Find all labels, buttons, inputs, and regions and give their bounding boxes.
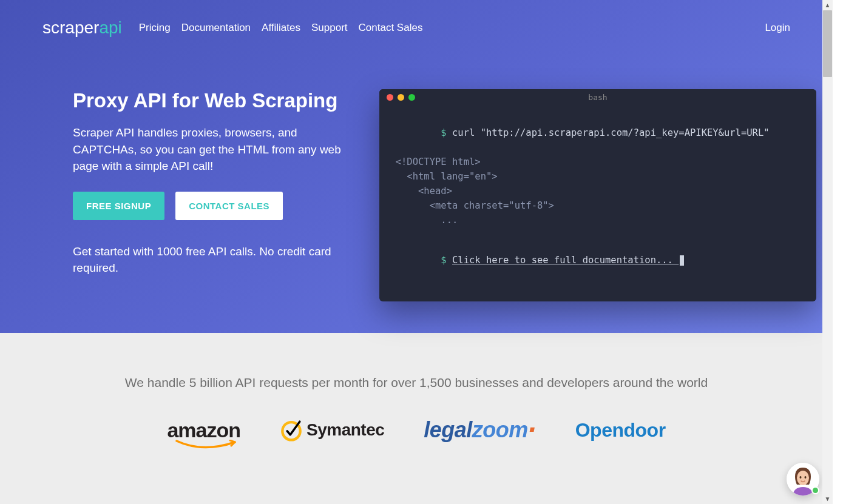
terminal-output-line: <head> xyxy=(384,184,811,198)
logo[interactable]: scraperapi xyxy=(42,18,122,38)
logo-part1: scraper xyxy=(42,18,99,38)
amazon-logo: amazon xyxy=(167,418,240,442)
nav-affiliates[interactable]: Affiliates xyxy=(262,22,300,34)
terminal-command: curl xyxy=(452,127,475,138)
hero-subtitle: Scraper API handles proxies, browsers, a… xyxy=(73,124,343,175)
terminal-output-line: <html lang="en"> xyxy=(384,169,811,184)
nav-contact-sales[interactable]: Contact Sales xyxy=(359,22,423,34)
legalzoom-part1: legal xyxy=(424,417,472,443)
chat-online-status-icon xyxy=(811,486,819,494)
nav-login[interactable]: Login xyxy=(765,22,790,34)
terminal-body: $ curl "http://api.scraperapi.com/?api_k… xyxy=(379,105,816,288)
opendoor-logo: Opendoor xyxy=(575,419,666,442)
vertical-scrollbar[interactable]: ▲ ▼ xyxy=(822,0,833,504)
chat-widget[interactable] xyxy=(787,463,819,496)
terminal-output-line: <meta charset="utf-8"> xyxy=(384,198,811,213)
window-controls xyxy=(387,94,415,101)
contact-sales-button[interactable]: CONTACT SALES xyxy=(175,192,283,220)
terminal-titlebar: bash xyxy=(379,89,816,105)
symantec-logo: Symantec xyxy=(280,418,384,442)
hero-content: Proxy API for Web Scraping Scraper API h… xyxy=(42,89,790,301)
terminal-prompt: $ xyxy=(441,255,446,266)
terminal-window: bash $ curl "http://api.scraperapi.com/?… xyxy=(379,89,816,301)
terminal-output-line: <!DOCTYPE html> xyxy=(384,155,811,169)
terminal-prompt: $ xyxy=(441,127,446,138)
terminal-label: bash xyxy=(588,93,607,102)
svg-point-4 xyxy=(805,476,807,479)
close-icon xyxy=(387,94,393,101)
main-nav: scraperapi Pricing Documentation Affilia… xyxy=(42,18,790,38)
scroll-thumb[interactable] xyxy=(823,10,832,77)
opendoor-wordmark: Opendoor xyxy=(575,419,666,442)
proof-text: We handle 5 billion API requests per mon… xyxy=(24,375,808,390)
nav-pricing[interactable]: Pricing xyxy=(139,22,171,34)
signup-button[interactable]: FREE SIGNUP xyxy=(73,192,164,220)
scroll-up-icon[interactable]: ▲ xyxy=(822,0,833,10)
legalzoom-logo: legalzoom· xyxy=(424,417,535,443)
logo-part2: api xyxy=(99,18,121,38)
cta-row: FREE SIGNUP CONTACT SALES xyxy=(73,192,343,220)
terminal-output-line: ... xyxy=(384,213,811,227)
svg-point-3 xyxy=(800,476,802,479)
scroll-down-icon[interactable]: ▼ xyxy=(822,494,833,504)
hero-title: Proxy API for Web Scraping xyxy=(73,89,343,112)
client-logos: amazon Symantec legalzoom· Opendoor xyxy=(24,417,808,443)
social-proof-section: We handle 5 billion API requests per mon… xyxy=(0,333,833,504)
symantec-wordmark: Symantec xyxy=(306,420,384,440)
hero-note: Get started with 1000 free API calls. No… xyxy=(73,243,334,277)
symantec-check-icon xyxy=(280,418,303,442)
terminal-url: "http://api.scraperapi.com/?api_key=APIK… xyxy=(481,127,770,138)
nav-support[interactable]: Support xyxy=(311,22,348,34)
nav-documentation[interactable]: Documentation xyxy=(181,22,251,34)
maximize-icon xyxy=(408,94,415,101)
legalzoom-part2: zoom xyxy=(472,417,528,443)
amazon-swoosh-icon xyxy=(175,440,242,451)
terminal-cursor xyxy=(680,255,684,266)
hero-copy: Proxy API for Web Scraping Scraper API h… xyxy=(73,89,343,277)
minimize-icon xyxy=(398,94,404,101)
svg-point-2 xyxy=(797,471,809,485)
amazon-wordmark: amazon xyxy=(167,418,240,442)
hero-section: scraperapi Pricing Documentation Affilia… xyxy=(0,0,833,333)
documentation-link[interactable]: Click here to see full documentation... xyxy=(452,255,679,266)
